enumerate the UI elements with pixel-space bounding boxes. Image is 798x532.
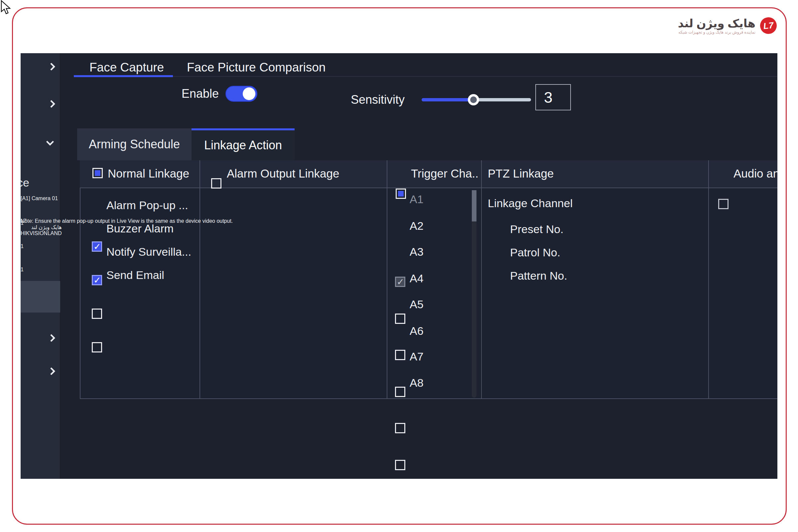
sidebar-item-label-clipped[interactable]: ce	[21, 176, 29, 189]
brand-logo: هایک ویژن لند نماینده فروش برند هایک ویژ…	[678, 17, 777, 35]
watermark-fa: هایک ویژن لند	[21, 224, 62, 230]
sensitivity-value-box[interactable]: 3	[535, 84, 571, 110]
linkage-channel-value: [A1] Camera 01	[21, 195, 58, 201]
tabs-divider	[74, 76, 777, 77]
normal-linkage-header-checkbox[interactable]	[92, 168, 103, 178]
pattern-value: 1	[21, 267, 24, 272]
subtab-linkage-action[interactable]: Linkage Action	[191, 128, 294, 160]
row-label-a4: A4	[410, 272, 424, 285]
sensitivity-label: Sensitivity	[351, 92, 405, 107]
sidebar-selected-item[interactable]	[21, 281, 60, 312]
row-label-a3: A3	[410, 245, 424, 258]
sidebar	[21, 53, 60, 479]
enable-label: Enable	[182, 87, 219, 101]
checkbox-buzzer-alarm[interactable]	[92, 275, 102, 285]
checkbox-notify-surveillance[interactable]	[92, 308, 102, 319]
settings-panel: ce Face Capture Face Picture Comparison …	[21, 53, 777, 479]
column-header-audio: Audio an	[734, 167, 777, 180]
row-label-alarm-popup: Alarm Pop-up ...	[107, 199, 188, 212]
patrol-label: Patrol No.	[510, 246, 560, 259]
pattern-select: 1	[21, 267, 24, 273]
checkbox-send-email[interactable]	[92, 342, 102, 353]
chevron-right-icon[interactable]	[47, 367, 55, 375]
tab-face-picture-comparison[interactable]: Face Picture Comparison	[187, 60, 325, 75]
chevron-right-icon[interactable]	[47, 334, 55, 342]
column-header-alarm-output-linkage: Alarm Output Linkage	[227, 167, 340, 180]
column-divider	[708, 160, 709, 399]
watermark-mark-icon: L7	[21, 218, 62, 224]
patrol-value: 1	[21, 243, 24, 249]
column-header-normal-linkage: Normal Linkage	[108, 167, 189, 180]
linkage-table	[80, 160, 777, 399]
row-label-a5: A5	[410, 298, 424, 311]
chevron-right-icon[interactable]	[47, 62, 55, 71]
linkage-channel-label: Linkage Channel	[488, 197, 573, 210]
column-divider	[387, 160, 387, 399]
row-label-send-email: Send Email	[107, 269, 164, 282]
row-label-notify-surveillance: Notify Surveilla...	[107, 245, 191, 258]
linkage-channel-select[interactable]: [A1] Camera 01	[21, 195, 58, 202]
checkbox-channel-a2[interactable]	[395, 314, 405, 324]
page: هایک ویژن لند نماینده فروش برند هایک ویژ…	[0, 0, 798, 532]
checkbox-channel-a6[interactable]	[395, 460, 405, 470]
alarm-output-header-checkbox[interactable]	[211, 178, 222, 189]
mouse-cursor	[0, 0, 14, 15]
sensitivity-slider-fill	[422, 98, 474, 101]
row-label-a8: A8	[410, 376, 424, 390]
sensitivity-slider-knob[interactable]	[468, 94, 479, 106]
subtab-arming-schedule[interactable]: Arming Schedule	[77, 128, 191, 160]
row-label-a6: A6	[410, 324, 424, 338]
chevron-right-icon[interactable]	[47, 100, 55, 108]
brand-mark-icon: L7	[759, 17, 778, 35]
brand-title: هایک ویژن لند	[678, 17, 756, 29]
chevron-down-icon[interactable]	[46, 138, 54, 146]
enable-toggle[interactable]	[225, 86, 258, 102]
trigger-channel-header-checkbox[interactable]	[396, 189, 406, 199]
patrol-select: 1	[21, 243, 24, 249]
watermark-en: HIKVISIONLAND	[21, 230, 62, 236]
brand-subtitle: نماینده فروش برند هایک ویژن و تجهیزات شب…	[678, 30, 756, 35]
column-header-trigger-channel: Trigger Cha...	[411, 167, 479, 180]
tab-face-capture[interactable]: Face Capture	[90, 60, 164, 75]
active-tab-underline	[74, 75, 173, 77]
checkbox-channel-a1	[395, 277, 405, 287]
checkbox-channel-a4[interactable]	[395, 387, 405, 397]
checkbox-channel-a5[interactable]	[395, 423, 405, 433]
sensitivity-slider-track[interactable]	[474, 98, 531, 101]
checkbox-alarm-popup[interactable]	[92, 241, 102, 252]
column-divider	[481, 160, 482, 399]
row-label-a2: A2	[410, 220, 424, 232]
column-header-ptz-linkage: PTZ Linkage	[488, 167, 554, 180]
column-divider	[200, 160, 200, 399]
checkbox-channel-a3[interactable]	[395, 350, 405, 360]
toggle-knob	[243, 88, 255, 100]
pattern-label: Pattern No.	[510, 269, 567, 282]
watermark: L7 هایک ویژن لند HIKVISIONLAND	[21, 218, 62, 236]
preset-label: Preset No.	[510, 223, 564, 236]
audio-header-checkbox[interactable]	[718, 199, 728, 209]
row-label-a7: A7	[410, 350, 424, 363]
trigger-scrollbar-thumb[interactable]	[472, 190, 476, 222]
row-label-a1: A1	[410, 193, 424, 206]
